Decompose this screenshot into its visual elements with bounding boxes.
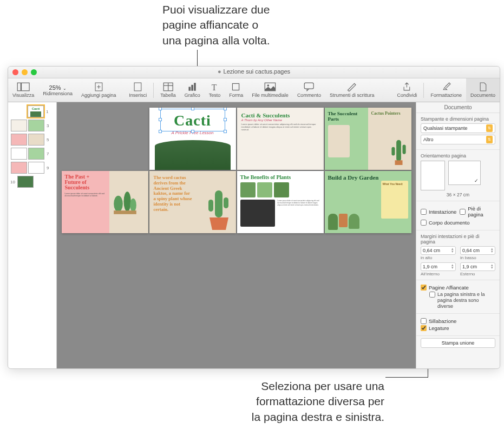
margin-outer-input[interactable]: 1,9 cm▴▾ bbox=[460, 262, 495, 271]
page-2[interactable]: Cacti & Succulents A Thorn by Any Other … bbox=[237, 108, 324, 170]
view-icon bbox=[17, 82, 30, 91]
svg-rect-25 bbox=[215, 190, 222, 217]
maximize-button[interactable] bbox=[31, 69, 37, 75]
facing-pages-checkbox[interactable]: Pagine Affiancate bbox=[421, 285, 495, 291]
thumb-row-1[interactable]: Cacti 1 bbox=[10, 105, 54, 117]
app-window: ●Lezione sui cactus.pages Visualizza 25%… bbox=[8, 66, 500, 369]
cactus-icon bbox=[389, 137, 408, 167]
titlebar: ●Lezione sui cactus.pages bbox=[8, 67, 500, 78]
svg-point-15 bbox=[267, 84, 270, 87]
svg-point-23 bbox=[130, 199, 136, 212]
thumb-8[interactable] bbox=[11, 162, 27, 174]
chart-icon bbox=[187, 82, 198, 91]
thumb-9[interactable] bbox=[28, 162, 44, 174]
printer-select[interactable]: Qualsiasi stampante ⇅ bbox=[421, 123, 495, 133]
thumb-4[interactable] bbox=[11, 134, 27, 146]
view-button[interactable]: Visualizza bbox=[8, 78, 38, 102]
svg-rect-24 bbox=[114, 210, 136, 214]
share-button[interactable]: Condividi bbox=[392, 78, 421, 102]
header-checkbox[interactable]: Intestazione bbox=[421, 206, 456, 217]
thumbnail-panel[interactable]: Cacti 1 3 5 7 9 bbox=[8, 102, 57, 368]
page-1[interactable]: Cacti A Prickle Free Lesson bbox=[149, 108, 236, 170]
hyphen-checkbox[interactable]: Sillabazione bbox=[421, 318, 495, 324]
thumb-row-5[interactable]: 9 bbox=[10, 162, 54, 174]
thumb-10[interactable] bbox=[17, 176, 34, 188]
page-6[interactable]: The Benefits of Plants Lorem ipsum dolor… bbox=[237, 171, 324, 233]
media-icon bbox=[264, 82, 276, 91]
svg-rect-26 bbox=[208, 200, 213, 212]
chart-button[interactable]: Grafico bbox=[180, 78, 205, 102]
svg-rect-20 bbox=[395, 160, 402, 165]
svg-rect-9 bbox=[188, 87, 191, 91]
thumb-1[interactable]: Cacti bbox=[28, 105, 44, 117]
window-title: ●Lezione sui cactus.pages bbox=[218, 68, 290, 75]
page-3[interactable]: The Succulent Parts Cactus Pointers bbox=[325, 108, 411, 170]
orientation-landscape[interactable]: ✓ bbox=[448, 161, 481, 185]
page-4[interactable]: The Past + Future of Succulents Lorem ip… bbox=[62, 171, 148, 233]
insert-button[interactable]: Inserisci bbox=[125, 78, 151, 102]
margin-bottom-input[interactable]: 0,64 cm▴▾ bbox=[460, 246, 495, 255]
page-5[interactable]: The word cactus derives from the Ancient… bbox=[149, 171, 236, 233]
mail-merge-button[interactable]: Stampa unione bbox=[421, 338, 495, 348]
add-page-icon bbox=[95, 82, 103, 91]
insert-icon bbox=[134, 82, 142, 91]
thumb-row-6[interactable]: 10 bbox=[10, 176, 54, 188]
add-page-button[interactable]: Aggiungi pagina bbox=[77, 78, 121, 102]
shape-button[interactable]: Forma bbox=[225, 78, 247, 102]
svg-point-21 bbox=[114, 196, 123, 212]
page-7[interactable]: Build a Dry Garden What You Need: bbox=[325, 171, 411, 233]
thumb-row-4[interactable]: 7 bbox=[10, 148, 54, 160]
svg-text:T: T bbox=[212, 83, 217, 91]
margins-section: Margini intestazioni e piè di pagina 0,6… bbox=[416, 230, 500, 280]
paper-select[interactable]: Altro ⇅ bbox=[421, 135, 495, 144]
media-button[interactable]: File multimediale bbox=[247, 78, 293, 102]
facing-section: Pagine Affiancate La pagina sinistra e l… bbox=[416, 280, 500, 314]
thumb-row-2[interactable]: 3 bbox=[10, 120, 54, 131]
body-checkbox[interactable]: Corpo documento bbox=[421, 220, 495, 226]
comment-icon bbox=[304, 82, 314, 91]
document-icon bbox=[479, 82, 487, 91]
thumb-5[interactable] bbox=[28, 134, 44, 146]
callout-line-bottom-h bbox=[385, 377, 428, 378]
svg-rect-16 bbox=[304, 83, 313, 89]
cacti-group-icon bbox=[112, 187, 139, 216]
selection-box[interactable] bbox=[160, 109, 225, 131]
ligatures-checkbox[interactable]: Legature bbox=[421, 325, 495, 331]
document-tab[interactable]: Documento bbox=[466, 78, 500, 102]
margin-top-input[interactable]: 0,64 cm▴▾ bbox=[421, 246, 456, 255]
orientation-section: Orientamento pagina ✓ 36 × 27 cm bbox=[416, 150, 500, 201]
orientation-portrait[interactable] bbox=[421, 161, 445, 190]
different-lr-checkbox[interactable]: La pagina sinistra e la pagina destra so… bbox=[429, 292, 495, 309]
margin-inner-input[interactable]: 1,9 cm▴▾ bbox=[421, 262, 456, 271]
format-tab[interactable]: Formattazione bbox=[426, 78, 466, 102]
traffic-lights bbox=[12, 69, 37, 75]
printer-section: Stampante e dimensioni pagina Qualsiasi … bbox=[416, 113, 500, 150]
svg-rect-18 bbox=[391, 147, 395, 156]
table-icon bbox=[163, 82, 173, 91]
shape-icon bbox=[231, 82, 241, 91]
svg-rect-11 bbox=[194, 83, 196, 91]
table-button[interactable]: Tabella bbox=[156, 78, 180, 102]
svg-rect-19 bbox=[402, 144, 405, 154]
canvas[interactable]: Cacti A Prickle Free Lesson Cacti & Succ… bbox=[57, 102, 416, 368]
writing-button[interactable]: Strumenti di scrittura bbox=[325, 78, 379, 102]
close-button[interactable] bbox=[12, 69, 18, 75]
thumb-2[interactable] bbox=[11, 120, 27, 131]
svg-rect-13 bbox=[232, 83, 239, 90]
thumb-7[interactable] bbox=[28, 148, 44, 160]
share-icon bbox=[403, 82, 411, 91]
thumb-row-3[interactable]: 5 bbox=[10, 134, 54, 146]
zoom-button[interactable]: 25% ⌄ Ridimensiona bbox=[38, 78, 77, 102]
text-button[interactable]: T Testo bbox=[205, 78, 225, 102]
footer-checkbox[interactable]: Piè di pagina bbox=[460, 206, 495, 217]
text-icon: T bbox=[210, 82, 220, 91]
svg-rect-10 bbox=[191, 85, 193, 91]
minimize-button[interactable] bbox=[22, 69, 28, 75]
thumb-6[interactable] bbox=[11, 148, 27, 160]
writing-icon bbox=[346, 82, 357, 91]
svg-rect-17 bbox=[396, 140, 401, 161]
svg-rect-5 bbox=[134, 83, 141, 91]
comment-button[interactable]: Commento bbox=[293, 78, 325, 102]
thumb-3[interactable] bbox=[28, 120, 44, 131]
toolbar: Visualizza 25% ⌄ Ridimensiona Aggiungi p… bbox=[8, 78, 500, 102]
